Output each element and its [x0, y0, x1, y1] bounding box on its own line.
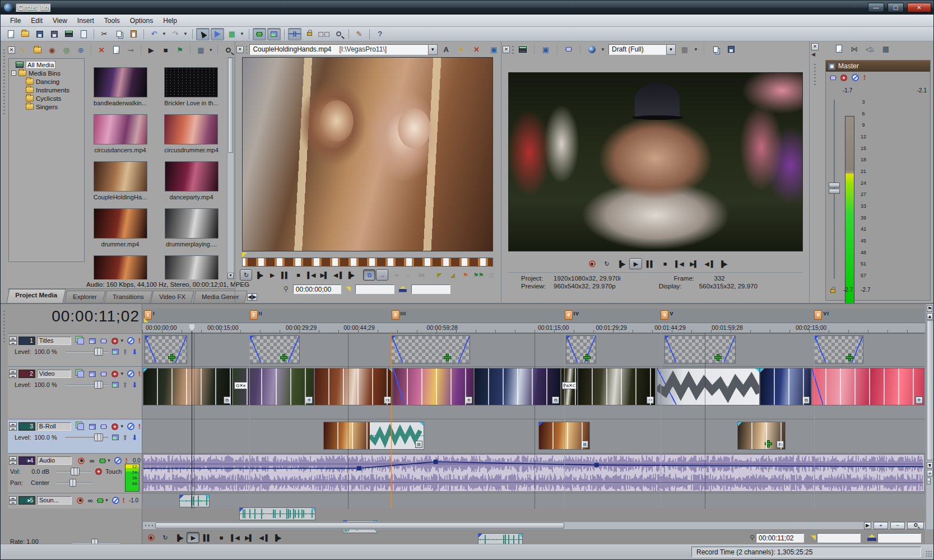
media-scrollbar[interactable]: ▼ [227, 57, 234, 279]
preview-video-frame[interactable] [508, 72, 803, 251]
fx-dropdown[interactable]: ▼ [105, 498, 110, 503]
track-name-field[interactable]: Video [37, 370, 71, 378]
level-slider[interactable] [65, 384, 109, 386]
timeline-go-end-button[interactable]: ▶▌ [243, 532, 255, 543]
project-properties-icon[interactable] [516, 43, 529, 55]
master-mute-icon[interactable] [852, 74, 859, 81]
trimmer-fit-a-button[interactable]: ⇥ [389, 269, 401, 281]
maximize-track-button[interactable]: ▬ [9, 374, 17, 378]
mute-track-icon[interactable] [127, 423, 134, 430]
trimmer-prev-frame-button[interactable]: ◀▐ [331, 269, 343, 281]
maximize-track-button[interactable]: ▬ [9, 427, 17, 431]
dock-grip[interactable] [3, 47, 5, 114]
video-event[interactable]: ⧉ [143, 368, 232, 405]
media-item[interactable]: danceparty.mp4 [165, 161, 219, 200]
trimmer-timecode-field[interactable]: 00:00:00;00 [293, 284, 341, 294]
normal-edit-tool-button[interactable] [196, 28, 210, 40]
zoom-out-button[interactable]: − [890, 522, 905, 529]
media-item[interactable]: CoupleHoldingHa... [94, 161, 147, 200]
stop-preview-button[interactable]: ■ [159, 44, 173, 56]
preview-play-start-button[interactable]: ▐▶ [615, 258, 628, 269]
trimmer-overwrite-button[interactable]: → [376, 269, 388, 281]
timeline-go-start-button[interactable]: ▌◀ [229, 532, 241, 543]
trimmer-filmstrip[interactable] [242, 258, 493, 267]
vscroll-thumb[interactable] [927, 320, 934, 460]
timeline-play-start-button[interactable]: ▐▶ [173, 532, 185, 543]
fx-dropdown[interactable]: ▼ [107, 458, 113, 463]
publish-project-button[interactable] [77, 28, 90, 40]
trimmer-selend-field[interactable] [411, 284, 450, 294]
preview-go-start-button[interactable]: ▌◀ [673, 258, 686, 269]
track-header-broll[interactable]: ▬▬ 3 B-Roll ▼ ! Level: 100.0 % ⬆ ⬇ [8, 419, 142, 453]
sound-event[interactable] [239, 507, 315, 520]
minimize-track-button[interactable]: ▬ [9, 456, 17, 460]
title-event[interactable] [665, 335, 736, 363]
track-header-sound[interactable]: ▬▬ 🕩5 Soun... ∞ ▼ ! -1.0 [8, 493, 142, 508]
automation-dropdown[interactable]: ▼ [120, 371, 126, 376]
new-project-button[interactable] [4, 28, 17, 40]
level-slider[interactable] [65, 351, 109, 353]
trimmer-go-start-button[interactable]: ▌◀ [305, 269, 317, 281]
invert-phase-icon[interactable]: ∞ [90, 457, 95, 465]
zoom-in-button[interactable]: ＋ [873, 522, 888, 529]
automation-settings-icon[interactable] [111, 371, 118, 377]
timeline-flag-button[interactable]: ⚑ [927, 305, 932, 312]
solo-track-icon[interactable]: ! [123, 497, 125, 504]
trimmer-next-frame-button[interactable]: ▐▶ [344, 269, 356, 281]
timeline-vscrollbar[interactable]: ⚑ ▲ ▼ ＋ − [926, 304, 934, 529]
hscroll-right-arrow[interactable]: ▶ [864, 522, 871, 529]
automation-mode-icon[interactable] [95, 468, 102, 475]
video-event[interactable]: ⧉ [474, 368, 561, 405]
expand-track-layers-button[interactable] [253, 28, 266, 40]
preview-grip[interactable] [512, 45, 514, 54]
preview-next-frame-button[interactable]: ▐▶ [717, 258, 729, 269]
marker-flag[interactable]: 3 [392, 310, 399, 320]
media-item[interactable]: drummer.mp4 [94, 208, 147, 248]
track-name-field[interactable]: Soun... [37, 496, 72, 505]
timeline-play-button[interactable]: ▶ [187, 532, 199, 543]
envelope-edit-tool-button[interactable] [211, 28, 224, 40]
trimmer-rename-button[interactable]: A [440, 43, 453, 55]
timeline-prev-frame-button[interactable]: ◀▐ [257, 532, 269, 543]
track-name-field[interactable]: Audio [37, 456, 72, 465]
trimmer-selstart-field[interactable] [355, 284, 394, 294]
split-screen-dropdown[interactable]: ▼ [601, 47, 606, 52]
save-project-button[interactable] [33, 28, 47, 40]
master-header[interactable]: ▣ Master [826, 60, 930, 72]
collapse-mixer-arrow[interactable]: ◀ [811, 52, 819, 57]
trimmer-combo-dropdown[interactable]: ▼ [428, 44, 438, 55]
volume-slider[interactable] [56, 471, 92, 473]
trimmer-remove-button[interactable]: ✕ [470, 43, 483, 55]
views-dropdown[interactable]: ▼ [208, 48, 214, 53]
preview-prev-frame-button[interactable]: ◀▐ [702, 258, 715, 269]
video-event[interactable]: Pa✕C [561, 368, 577, 405]
make-parent-icon[interactable]: ⬆ [122, 381, 128, 389]
track-motion-icon[interactable] [89, 338, 96, 344]
master-solo-icon[interactable]: ! [863, 74, 866, 81]
import-media-button[interactable] [62, 28, 76, 40]
preview-quality-dropdown[interactable]: ▼ [666, 44, 676, 55]
compositing-mode-icon[interactable] [77, 371, 84, 377]
trimmer-magic-button[interactable]: ✦ [455, 43, 468, 55]
automation-dropdown[interactable]: ▼ [120, 338, 126, 343]
title-event[interactable] [814, 335, 863, 363]
media-item[interactable]: circusdrummer.mp4 [164, 114, 219, 153]
close-trimmer-button[interactable]: ✕ [236, 46, 244, 53]
video-event[interactable]: ✛ [811, 368, 924, 405]
timeline-current-time[interactable]: 00:00:11;02 [12, 307, 140, 329]
preview-go-end-button[interactable]: ▶▌ [687, 258, 700, 269]
timeline-loop-button[interactable]: ↻ [159, 532, 171, 543]
solo-track-icon[interactable]: ! [138, 370, 141, 377]
marker-flag[interactable]: 2 [250, 310, 258, 320]
meter-lock-icon[interactable] [830, 289, 835, 293]
event-pan-crop-icon[interactable] [715, 354, 721, 361]
selection-tool-dropdown[interactable]: ▼ [240, 31, 245, 36]
media-properties-button[interactable] [109, 44, 123, 56]
trimmer-fit-b-button[interactable]: ↔ [402, 269, 415, 281]
insert-bus-icon[interactable] [832, 43, 845, 55]
make-child-icon[interactable]: ⬇ [132, 348, 138, 356]
redo-button[interactable]: ↷ [169, 28, 182, 40]
master-fader-handles[interactable] [829, 183, 840, 195]
trimmer-select-left-button[interactable]: ◤ [433, 269, 445, 281]
copy-button[interactable] [112, 28, 126, 40]
